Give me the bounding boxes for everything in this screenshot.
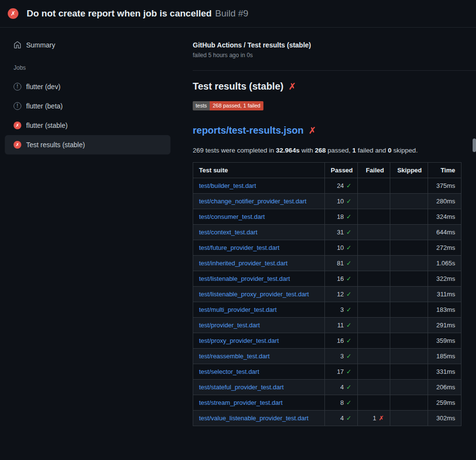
skipped-cell <box>390 318 428 333</box>
sidebar-item-flutter-beta[interactable]: !flutter (beta) <box>5 96 170 116</box>
header: ✗ Do not create report when job is cance… <box>0 0 476 28</box>
suite-link[interactable]: test/proxy_provider_test.dart <box>199 337 279 344</box>
time-cell: 272ms <box>428 240 461 256</box>
badge-label: tests <box>193 101 210 110</box>
table-row: test/future_provider_test.dart10✓272ms <box>193 240 461 256</box>
home-icon <box>14 41 21 49</box>
summary-text: failed and <box>356 147 388 154</box>
suite-link[interactable]: test/future_provider_test.dart <box>199 244 279 251</box>
suite-cell: test/stream_provider_test.dart <box>193 395 325 411</box>
x-circle-icon: ✗ <box>14 122 21 129</box>
sidebar-item-summary[interactable]: Summary <box>5 37 170 53</box>
failed-cell <box>358 349 390 364</box>
check-icon: ✓ <box>346 213 352 220</box>
table-row: test/builder_test.dart24✓375ms <box>193 178 461 194</box>
test-summary: 269 tests were completed in 32.964s with… <box>193 147 476 154</box>
section-title-text: Test results (stable) <box>193 81 283 92</box>
skipped-cell <box>390 395 428 411</box>
job-label: flutter (dev) <box>26 83 61 91</box>
run-meta: failed 5 hours ago in 0s <box>193 52 476 59</box>
passed-cell: 3✓ <box>325 349 358 364</box>
failed-cell <box>358 240 390 256</box>
passed-cell: 16✓ <box>325 271 358 287</box>
table-row: test/value_listenable_provider_test.dart… <box>193 411 461 426</box>
suite-link[interactable]: test/multi_provider_test.dart <box>199 306 276 313</box>
count-value: 1 <box>373 414 376 422</box>
skipped-cell <box>390 225 428 240</box>
suite-link[interactable]: test/stream_provider_test.dart <box>199 399 283 406</box>
suite-link[interactable]: test/value_listenable_provider_test.dart <box>199 414 308 422</box>
time-cell: 280ms <box>428 194 461 209</box>
section-title: Test results (stable) ✗ <box>193 81 476 92</box>
suite-link[interactable]: test/listenable_proxy_provider_test.dart <box>199 291 309 298</box>
suite-link[interactable]: test/selector_test.dart <box>199 368 259 375</box>
suite-cell: test/listenable_provider_test.dart <box>193 271 325 287</box>
skipped-cell <box>390 178 428 194</box>
time-cell: 183ms <box>428 302 461 318</box>
time-cell: 322ms <box>428 271 461 287</box>
sidebar-item-test-results-stable[interactable]: ✗Test results (stable) <box>5 135 170 154</box>
summary-text: with <box>300 147 315 154</box>
check-icon: ✓ <box>346 368 352 375</box>
check-icon: ✓ <box>346 275 352 282</box>
failed-cell <box>358 287 390 302</box>
results-table-body: test/builder_test.dart24✓375mstest/chang… <box>193 178 461 426</box>
summary-failed: 1 <box>353 147 356 154</box>
skipped-cell <box>390 333 428 349</box>
table-row: test/provider_test.dart11✓291ms <box>193 318 461 333</box>
suite-cell: test/consumer_test.dart <box>193 209 325 225</box>
check-icon: ✓ <box>346 414 352 422</box>
count-value: 12 <box>337 291 344 298</box>
summary-passed: 268 <box>315 147 326 154</box>
check-icon: ✓ <box>346 399 352 406</box>
summary-text: 269 tests were completed in <box>193 147 276 154</box>
passed-cell: 31✓ <box>325 225 358 240</box>
suite-link[interactable]: test/inherited_provider_test.dart <box>199 260 288 267</box>
suite-link[interactable]: test/listenable_provider_test.dart <box>199 275 290 282</box>
table-row: test/change_notifier_provider_test.dart1… <box>193 194 461 209</box>
failed-cell <box>358 380 390 395</box>
suite-link[interactable]: test/context_test.dart <box>199 229 258 236</box>
tests-badge: tests 268 passed, 1 failed <box>193 101 263 110</box>
count-value: 18 <box>337 213 344 220</box>
suite-cell: test/stateful_provider_test.dart <box>193 380 325 395</box>
table-row: test/consumer_test.dart18✓324ms <box>193 209 461 225</box>
summary-text: passed, <box>326 147 353 154</box>
suite-link[interactable]: test/change_notifier_provider_test.dart <box>199 198 307 205</box>
suite-link[interactable]: test/builder_test.dart <box>199 182 256 189</box>
passed-cell: 12✓ <box>325 287 358 302</box>
page-title: Do not create report when job is cancell… <box>27 8 248 19</box>
skipped-cell <box>390 256 428 271</box>
neutral-status-icon: ! <box>14 102 21 110</box>
count-value: 31 <box>337 229 344 236</box>
results-table: Test suitePassedFailedSkippedTime test/b… <box>193 162 461 426</box>
failed-cell <box>358 271 390 287</box>
check-run-page: ✗ Do not create report when job is cance… <box>0 0 476 460</box>
sidebar-item-flutter-stable[interactable]: ✗flutter (stable) <box>5 116 170 135</box>
suite-link[interactable]: test/consumer_test.dart <box>199 213 265 220</box>
skipped-cell <box>390 411 428 426</box>
badge-value: 268 passed, 1 failed <box>210 101 263 110</box>
scrollbar-thumb[interactable] <box>473 138 476 152</box>
suite-link[interactable]: test/reassemble_test.dart <box>199 353 270 360</box>
time-cell: 259ms <box>428 395 461 411</box>
summary-skipped: 0 <box>388 147 392 154</box>
passed-cell: 10✓ <box>325 194 358 209</box>
table-row: test/context_test.dart31✓644ms <box>193 225 461 240</box>
count-value: 4 <box>340 383 344 391</box>
passed-cell: 10✓ <box>325 240 358 256</box>
check-icon: ✓ <box>346 291 352 298</box>
count-value: 8 <box>340 399 344 406</box>
failed-cell <box>358 318 390 333</box>
failed-cell <box>358 178 390 194</box>
suite-link[interactable]: test/stateful_provider_test.dart <box>199 383 284 391</box>
suite-link[interactable]: test/provider_test.dart <box>199 322 260 329</box>
suite-cell: test/proxy_provider_test.dart <box>193 333 325 349</box>
sidebar-item-flutter-dev[interactable]: !flutter (dev) <box>5 77 170 96</box>
failed-x-icon: ✗ <box>308 126 316 135</box>
check-icon: ✓ <box>346 260 352 267</box>
run-title: Do not create report when job is cancell… <box>27 8 212 18</box>
suite-cell: test/value_listenable_provider_test.dart <box>193 411 325 426</box>
summary-text: skipped. <box>392 147 418 154</box>
report-link[interactable]: reports/test-results.json <box>193 125 304 136</box>
